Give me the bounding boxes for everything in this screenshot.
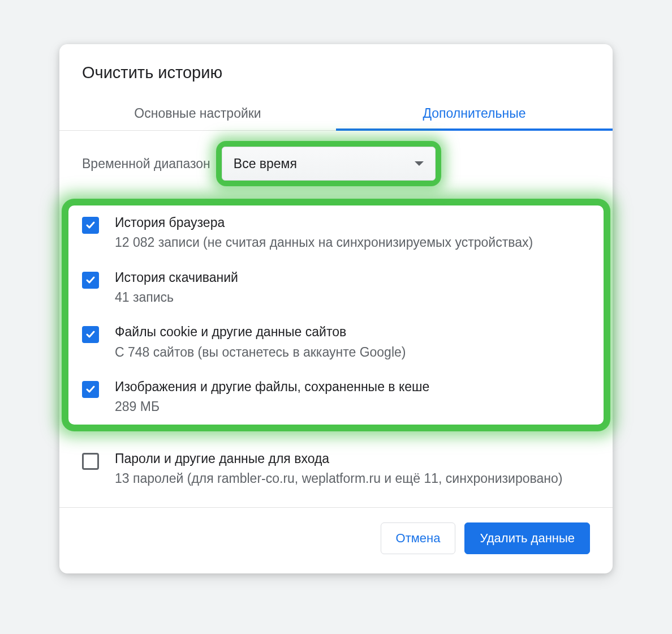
checkbox-cookies[interactable]: [82, 326, 99, 343]
clear-history-dialog: Очистить историю Основные настройки Допо…: [59, 44, 613, 573]
chevron-down-icon: [415, 161, 424, 166]
tabs: Основные настройки Дополнительные: [59, 98, 613, 131]
checkbox-browsing-history[interactable]: [82, 217, 99, 234]
item-browsing-history: История браузера 12 082 записи (не счита…: [68, 205, 604, 260]
item-cached-images: Изображения и другие файлы, сохраненные …: [68, 370, 604, 425]
item-sub: 289 МБ: [115, 397, 590, 416]
checkbox-passwords[interactable]: [82, 453, 99, 470]
item-text: Изображения и другие файлы, сохраненные …: [115, 378, 590, 417]
item-title: Файлы cookie и другие данные сайтов: [115, 323, 590, 341]
item-download-history: История скачиваний 41 запись: [68, 260, 604, 315]
item-passwords: Пароли и другие данные для входа 13 паро…: [59, 442, 613, 496]
item-text: Файлы cookie и другие данные сайтов С 74…: [115, 323, 590, 362]
item-title: История браузера: [115, 213, 590, 232]
item-title: История скачиваний: [115, 268, 590, 287]
cancel-button[interactable]: Отмена: [381, 522, 456, 554]
checkbox-cached-images[interactable]: [82, 381, 99, 398]
item-text: История скачиваний 41 запись: [115, 268, 590, 307]
item-sub: 13 паролей (для rambler-co.ru, weplatfor…: [115, 469, 590, 488]
time-range-select[interactable]: Все время: [222, 147, 436, 181]
time-range-row: Временной диапазон Все время: [59, 131, 613, 191]
time-range-label: Временной диапазон: [82, 156, 210, 172]
highlighted-items-group: История браузера 12 082 записи (не счита…: [68, 205, 604, 425]
time-range-highlight: Все время: [222, 147, 436, 181]
check-icon: [85, 329, 96, 340]
dialog-title: Очистить историю: [59, 44, 613, 98]
check-icon: [85, 384, 96, 395]
confirm-button[interactable]: Удалить данные: [464, 522, 590, 554]
time-range-value: Все время: [234, 156, 297, 172]
tab-advanced[interactable]: Дополнительные: [336, 98, 613, 130]
item-title: Пароли и другие данные для входа: [115, 449, 590, 468]
item-title: Изображения и другие файлы, сохраненные …: [115, 378, 590, 396]
checkbox-download-history[interactable]: [82, 272, 99, 289]
check-icon: [85, 275, 96, 285]
dialog-footer: Отмена Удалить данные: [59, 508, 613, 573]
item-text: Пароли и другие данные для входа 13 паро…: [115, 449, 590, 489]
dialog-body: Временной диапазон Все время История бра…: [59, 131, 613, 573]
item-sub: 12 082 записи (не считая данных на синхр…: [115, 233, 590, 252]
item-cookies: Файлы cookie и другие данные сайтов С 74…: [68, 315, 604, 370]
item-sub: 41 запись: [115, 288, 590, 307]
tab-basic[interactable]: Основные настройки: [59, 98, 336, 130]
item-sub: С 748 сайтов (вы останетесь в аккаунте G…: [115, 343, 590, 362]
item-text: История браузера 12 082 записи (не счита…: [115, 213, 590, 252]
check-icon: [85, 220, 96, 230]
unhighlighted-items-group: Пароли и другие данные для входа 13 паро…: [59, 442, 613, 496]
